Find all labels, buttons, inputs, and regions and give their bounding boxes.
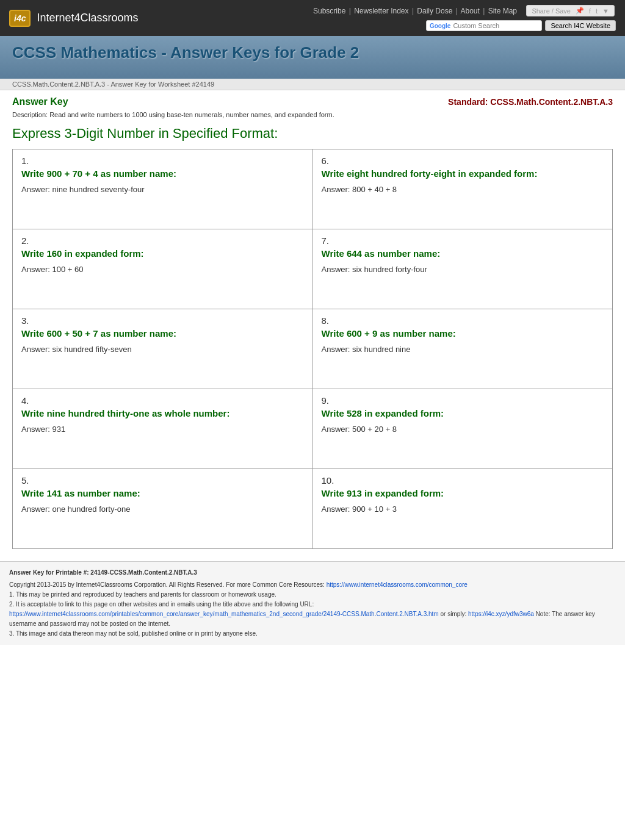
share-icon: 📌 bbox=[576, 7, 584, 15]
google-logo: Google bbox=[430, 23, 450, 29]
logo-icon: i4c bbox=[9, 10, 31, 27]
facebook-icon: f bbox=[589, 7, 591, 15]
question-row-3: 3. Write 600 + 50 + 7 as number name: An… bbox=[13, 309, 612, 389]
logo-area: i4c Internet4Classrooms bbox=[9, 10, 139, 27]
nav-subscribe[interactable]: Subscribe bbox=[313, 7, 345, 15]
footer-note3: 3. This image and data thereon may not b… bbox=[9, 629, 616, 639]
footer-common-core-link[interactable]: https://www.internet4classrooms.com/comm… bbox=[327, 581, 468, 588]
search-wrapper: Google bbox=[426, 20, 542, 31]
answer-key-header: Answer Key Standard: CCSS.Math.Content.2… bbox=[12, 96, 613, 107]
question-row-2: 2. Write 160 in expanded form: Answer: 1… bbox=[13, 229, 612, 309]
more-icon: ▼ bbox=[602, 7, 609, 15]
q5-number: 5. bbox=[21, 475, 304, 486]
q8-number: 8. bbox=[322, 315, 604, 326]
description: Description: Read and write numbers to 1… bbox=[12, 111, 613, 118]
share-label: Share / Save bbox=[532, 7, 571, 15]
q2-question: Write 160 in expanded form: bbox=[21, 248, 304, 259]
q3-answer: Answer: six hundred fifty-seven bbox=[21, 345, 304, 354]
q2-answer: Answer: 100 + 60 bbox=[21, 265, 304, 274]
search-button[interactable]: Search I4C Website bbox=[545, 20, 616, 31]
question-cell-5: 5. Write 141 as number name: Answer: one… bbox=[13, 469, 313, 548]
q2-number: 2. bbox=[21, 235, 304, 246]
search-area: Google Search I4C Website bbox=[313, 20, 616, 31]
question-cell-6: 6. Write eight hundred forty-eight in ex… bbox=[313, 149, 613, 229]
section-title: Express 3-Digit Number in Specified Form… bbox=[12, 126, 613, 142]
q1-question: Write 900 + 70 + 4 as number name: bbox=[21, 168, 304, 179]
answer-key-label: Answer Key bbox=[12, 96, 68, 107]
header: i4c Internet4Classrooms Subscribe | News… bbox=[0, 0, 625, 36]
q1-answer: Answer: nine hundred seventy-four bbox=[21, 185, 304, 194]
q1-number: 1. bbox=[21, 156, 304, 166]
q7-question: Write 644 as number name: bbox=[322, 248, 604, 259]
question-row-5: 5. Write 141 as number name: Answer: one… bbox=[13, 469, 612, 548]
nav-daily-dose[interactable]: Daily Dose bbox=[417, 7, 452, 15]
q3-number: 3. bbox=[21, 315, 304, 326]
search-input[interactable] bbox=[453, 22, 538, 29]
q9-number: 9. bbox=[322, 395, 604, 406]
q5-question: Write 141 as number name: bbox=[21, 488, 304, 498]
question-cell-7: 7. Write 644 as number name: Answer: six… bbox=[313, 229, 613, 309]
question-row-4: 4. Write nine hundred thirty-one as whol… bbox=[13, 389, 612, 469]
q8-question: Write 600 + 9 as number name: bbox=[322, 328, 604, 339]
question-row-1: 1. Write 900 + 70 + 4 as number name: An… bbox=[13, 149, 612, 229]
question-cell-10: 10. Write 913 in expanded form: Answer: … bbox=[313, 469, 613, 548]
q8-answer: Answer: six hundred nine bbox=[322, 345, 604, 354]
questions-grid: 1. Write 900 + 70 + 4 as number name: An… bbox=[12, 149, 613, 549]
nav-about[interactable]: About bbox=[461, 7, 480, 15]
q10-number: 10. bbox=[322, 475, 604, 486]
main-content: Answer Key Standard: CCSS.Math.Content.2… bbox=[0, 90, 625, 561]
q3-question: Write 600 + 50 + 7 as number name: bbox=[21, 328, 304, 339]
top-nav: Subscribe | Newsletter Index | Daily Dos… bbox=[313, 5, 616, 16]
q4-question: Write nine hundred thirty-one as whole n… bbox=[21, 408, 304, 418]
standard-label: Standard: CCSS.Math.Content.2.NBT.A.3 bbox=[448, 97, 613, 107]
share-bar[interactable]: Share / Save 📌 f t ▼ bbox=[526, 5, 615, 16]
q10-question: Write 913 in expanded form: bbox=[322, 488, 604, 498]
footer-note2: 2. It is acceptable to link to this page… bbox=[9, 600, 616, 629]
footer-answer-key-ref: Answer Key for Printable #: 24149-CCSS.M… bbox=[9, 568, 616, 578]
twitter-icon: t bbox=[596, 7, 598, 15]
question-cell-4: 4. Write nine hundred thirty-one as whol… bbox=[13, 389, 313, 468]
q9-question: Write 528 in expanded form: bbox=[322, 408, 604, 418]
site-name: Internet4Classrooms bbox=[37, 12, 138, 24]
q10-answer: Answer: 900 + 10 + 3 bbox=[322, 504, 604, 514]
nav-sep4: | bbox=[483, 7, 485, 15]
q9-answer: Answer: 500 + 20 + 8 bbox=[322, 425, 604, 434]
q7-number: 7. bbox=[322, 235, 604, 246]
breadcrumb: CCSS.Math.Content.2.NBT.A.3 - Answer Key… bbox=[0, 79, 625, 90]
footer-note1: 1. This may be printed and reproduced by… bbox=[9, 590, 616, 600]
question-cell-8: 8. Write 600 + 9 as number name: Answer:… bbox=[313, 309, 613, 389]
question-cell-3: 3. Write 600 + 50 + 7 as number name: An… bbox=[13, 309, 313, 389]
q6-number: 6. bbox=[322, 156, 604, 166]
nav-sitemap[interactable]: Site Map bbox=[488, 7, 517, 15]
footer-note2-url[interactable]: https://www.internet4classrooms.com/prin… bbox=[9, 611, 439, 617]
banner-title: CCSS Mathematics - Answer Keys for Grade… bbox=[12, 43, 613, 62]
footer-copyright: Copyright 2013-2015 by Internet4Classroo… bbox=[9, 580, 616, 590]
nav-sep3: | bbox=[456, 7, 458, 15]
question-cell-9: 9. Write 528 in expanded form: Answer: 5… bbox=[313, 389, 613, 468]
q6-question: Write eight hundred forty-eight in expan… bbox=[322, 168, 604, 179]
q6-answer: Answer: 800 + 40 + 8 bbox=[322, 185, 604, 194]
nav-newsletter[interactable]: Newsletter Index bbox=[354, 7, 408, 15]
question-cell-2: 2. Write 160 in expanded form: Answer: 1… bbox=[13, 229, 313, 309]
banner: CCSS Mathematics - Answer Keys for Grade… bbox=[0, 36, 625, 79]
footer-note2-short-url[interactable]: https://i4c.xyz/ydfw3w6a bbox=[468, 611, 534, 617]
q4-answer: Answer: 931 bbox=[21, 425, 304, 434]
q5-answer: Answer: one hundred forty-one bbox=[21, 504, 304, 514]
q4-number: 4. bbox=[21, 395, 304, 406]
nav-sep1: | bbox=[349, 7, 351, 15]
footer: Answer Key for Printable #: 24149-CCSS.M… bbox=[0, 561, 625, 645]
question-cell-1: 1. Write 900 + 70 + 4 as number name: An… bbox=[13, 149, 313, 229]
q7-answer: Answer: six hundred forty-four bbox=[322, 265, 604, 274]
nav-sep2: | bbox=[412, 7, 414, 15]
nav-area: Subscribe | Newsletter Index | Daily Dos… bbox=[313, 5, 616, 31]
